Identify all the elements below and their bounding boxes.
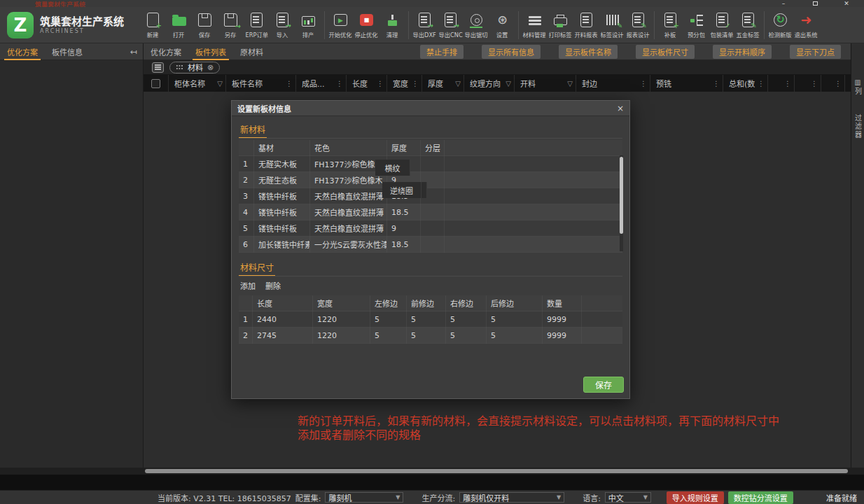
maximize-button[interactable] — [804, 0, 825, 7]
material-row[interactable]: 2自由翻转无醛生态板FH1377沙棕色橡木无9横纹逆绕圈 — [239, 172, 622, 188]
filter-icon[interactable]: ▽ — [506, 80, 511, 88]
column-header-开料[interactable]: 开料▽ — [515, 75, 576, 92]
toolbar-hardware-label-button[interactable]: ✎五金标签 — [735, 11, 761, 39]
materials-scrollbar[interactable] — [620, 155, 623, 251]
toolbar-pre-package-button[interactable]: 预分包 — [683, 11, 709, 39]
action-button-4[interactable]: 显示板件尺寸 — [636, 45, 695, 59]
main-tab-3[interactable]: 原材料 — [233, 43, 270, 60]
column-header-成品...[interactable]: 成品...⋮ — [296, 75, 347, 92]
toolbar-schedule-button[interactable]: 排产 — [295, 11, 321, 39]
toolbar-export-dxf-button[interactable]: →导出DXF — [412, 11, 438, 39]
column-menu-icon[interactable]: ⋮ — [412, 80, 419, 88]
column-menu-icon[interactable]: ⋮ — [377, 80, 384, 88]
column-header-柜体名称[interactable]: 柜体名称▽ — [169, 75, 226, 92]
toolbar-import-button[interactable]: →导入 — [270, 11, 295, 39]
toolbar-cut-report-button[interactable]: 开料报表 — [573, 11, 599, 39]
filter-icon[interactable]: ▽ — [455, 80, 461, 88]
nc-drill-split-button[interactable]: 数控钻分流设置 — [728, 491, 793, 504]
dialog-close-icon[interactable]: × — [617, 104, 624, 113]
header-cell[interactable]: 前修边 — [407, 295, 446, 312]
material-row[interactable]: 4自由翻转镂铣中纤板天然白橡直纹混拼薄无18.5横纹逆绕圈 — [239, 204, 622, 220]
header-cell[interactable]: 左修边 — [370, 295, 407, 312]
header-cell[interactable]: 数量 — [543, 295, 582, 312]
toolbar-settings-gear-button[interactable]: ⊛设置 — [489, 11, 515, 39]
language-select[interactable]: 中文▼ — [605, 492, 651, 503]
dialog-header[interactable]: 设置新板材信息 × — [232, 101, 629, 116]
column-header-长度[interactable]: 长度⋮ — [347, 75, 387, 92]
toolbar-export-saw-button[interactable]: 导出锯切 — [464, 11, 489, 39]
column-menu-icon[interactable]: ⋮ — [784, 80, 791, 88]
header-cell[interactable] — [239, 140, 254, 156]
column-header-blank-14[interactable]: ⋮ — [821, 75, 845, 92]
import-rules-button[interactable]: 导入规则设置 — [667, 491, 724, 504]
horizontal-scrollbar[interactable] — [0, 468, 864, 475]
action-button-3[interactable]: 显示板件名称 — [559, 45, 618, 59]
column-header-blank-12[interactable]: ⋮ — [768, 75, 795, 92]
material-row[interactable]: 1自由翻转无醛实木板FH1377沙棕色橡木无18.5横纹逆绕圈 — [239, 156, 622, 172]
toolbar-material-layers-button[interactable]: 材料管理 — [522, 11, 548, 39]
column-menu-icon[interactable]: ⋮ — [811, 80, 818, 88]
add-size-button[interactable]: 添加 — [240, 280, 256, 291]
column-menu-icon[interactable]: ⋮ — [640, 80, 647, 88]
column-header-总和(数...[interactable]: 总和(数...⋮ — [723, 75, 768, 92]
action-button-6[interactable]: 显示下刀点 — [790, 45, 841, 59]
toolbar-new-file-button[interactable]: +新建 — [140, 11, 166, 39]
column-header-厚度[interactable]: 厚度▽ — [422, 75, 464, 92]
tab-new-material[interactable]: 新材料 — [239, 120, 267, 139]
tab-material-sizes[interactable]: 材料尺寸 — [239, 258, 275, 276]
header-cell[interactable]: 后修边 — [487, 295, 543, 312]
chip-remove-icon[interactable]: ⊗ — [207, 64, 214, 71]
filter-icon[interactable]: ▽ — [567, 80, 573, 88]
left-tab-2[interactable]: 板件信息 — [45, 43, 90, 60]
select-all-checkbox[interactable] — [151, 79, 160, 88]
toolbar-open-folder-button[interactable]: 打开 — [166, 11, 192, 39]
toolbar-export-cnc-button[interactable]: →导出CNC — [438, 11, 464, 39]
action-button-1[interactable]: 禁止手排 — [420, 45, 464, 59]
filter-icon[interactable]: ▽ — [217, 80, 223, 88]
toolbar-label-design-button[interactable]: 标签设计 — [599, 11, 625, 39]
close-button[interactable]: ✕ — [836, 0, 857, 7]
header-cell[interactable]: 分层 — [421, 140, 445, 156]
header-cell[interactable]: 厚度 — [387, 140, 421, 156]
toolbar-patch-board-button[interactable]: +补板 — [657, 11, 683, 39]
material-filter-chip[interactable]: 材料 ⊗ — [169, 62, 220, 74]
column-menu-icon[interactable]: ⋮ — [835, 80, 842, 88]
column-header-blank-0[interactable] — [144, 75, 169, 92]
scrollbar-thumb[interactable] — [145, 469, 848, 473]
material-row[interactable]: 6自由翻转加长镂铣中纤素板一分光S云雾灰水性漆无18.5横纹逆绕圈 — [239, 237, 622, 253]
toolbar-exit-system-button[interactable]: ➜退出系统 — [793, 11, 819, 39]
material-row[interactable]: 5自由翻转镂铣中纤板天然白橡直纹混拼薄无9横纹逆绕圈 — [239, 220, 622, 237]
filter-panel-tab[interactable]: 过滤器 — [851, 110, 864, 144]
toolbar-report-design-button[interactable]: ✎报表设计 — [625, 11, 651, 39]
header-cell[interactable]: 长度 — [253, 295, 313, 312]
size-row[interactable]: 2274512205555横纹9999 — [239, 328, 622, 344]
toolbar-start-optimize-button[interactable]: ▶开始优化 — [328, 11, 354, 39]
toolbar-stop-optimize-button[interactable]: ■停止优化 — [354, 11, 379, 39]
column-header-宽度[interactable]: 宽度⋮ — [387, 75, 422, 92]
column-header-预铣[interactable]: 预铣⋮ — [650, 75, 723, 92]
delete-size-button[interactable]: 删除 — [265, 280, 281, 291]
header-cell[interactable] — [239, 295, 253, 312]
toolbar-package-list-button[interactable]: ✓包装清单 — [709, 11, 735, 39]
toolbar-save-as-button[interactable]: 另存 — [218, 11, 244, 39]
collapse-panel-icon[interactable]: ↤ — [130, 47, 137, 57]
main-tab-2[interactable]: 板件列表 — [188, 43, 233, 60]
toolbar-save-button[interactable]: 保存 — [192, 11, 218, 39]
drag-handle-icon[interactable] — [176, 64, 183, 70]
column-menu-icon[interactable]: ⋮ — [286, 80, 293, 88]
save-button[interactable]: 保存 — [583, 377, 624, 393]
toolbar-print-label-button[interactable]: 打印标签 — [548, 11, 573, 39]
action-button-2[interactable]: 显示所有信息 — [482, 45, 541, 59]
action-button-5[interactable]: 显示开料顺序 — [713, 45, 772, 59]
header-cell[interactable]: 花色 — [310, 140, 387, 156]
column-menu-icon[interactable]: ⋮ — [758, 80, 765, 88]
columns-panel-tab[interactable]: ▥ 列 — [851, 74, 864, 100]
toolbar-check-update-button[interactable]: ↻检测新版 — [767, 11, 793, 39]
header-cell[interactable]: 右修边 — [446, 295, 487, 312]
toolbar-erp-order-button[interactable]: ERP订单 — [244, 11, 270, 39]
minimize-button[interactable]: – — [773, 0, 794, 7]
column-menu-icon[interactable]: ⋮ — [336, 80, 343, 88]
column-header-板件名称[interactable]: 板件名称⋮ — [226, 75, 296, 92]
material-row[interactable]: 3自由翻转镂铣中纤板天然白橡直纹混拼薄无18.5横纹逆绕圈 — [239, 188, 622, 204]
header-cell[interactable]: 宽度 — [313, 295, 370, 312]
